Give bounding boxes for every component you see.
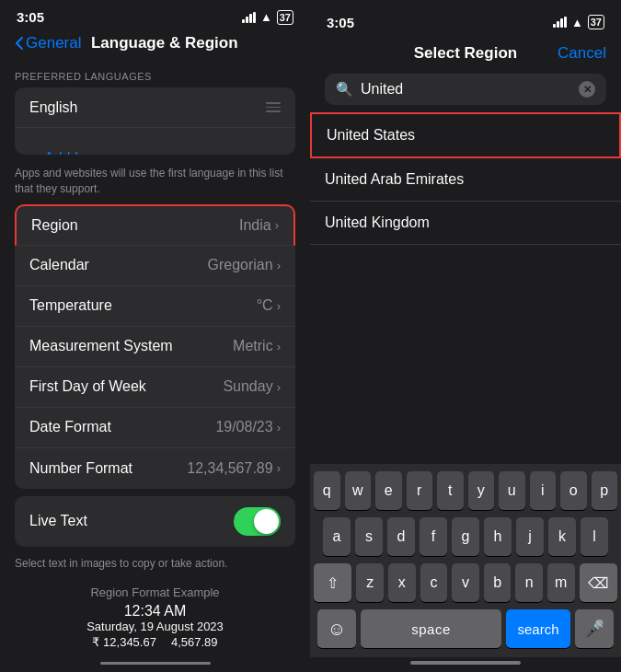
key-o[interactable]: o xyxy=(560,471,587,510)
region-name-uk: United Kingdom xyxy=(325,214,430,230)
format-time: 12:34 AM xyxy=(15,603,295,620)
wifi-icon: ▲ xyxy=(260,10,272,24)
format-numbers: ₹ 12,345.67 4,567.89 xyxy=(15,635,295,649)
settings-group: Region India › Calendar Gregorian › Temp… xyxy=(15,204,295,489)
live-text-info: Select text in images to copy or take ac… xyxy=(0,552,310,579)
format-date: Saturday, 19 August 2023 xyxy=(15,620,295,633)
key-r[interactable]: r xyxy=(407,471,433,510)
search-key[interactable]: search xyxy=(506,609,570,648)
key-i[interactable]: i xyxy=(530,471,557,510)
right-wifi-icon: ▲ xyxy=(571,16,583,29)
key-k[interactable]: k xyxy=(548,517,576,556)
key-e[interactable]: e xyxy=(375,471,402,510)
delete-key[interactable]: ⌫ xyxy=(580,563,617,602)
key-l[interactable]: l xyxy=(581,517,608,556)
right-signal-icon xyxy=(553,17,567,28)
right-battery-icon: 37 xyxy=(588,15,604,29)
shift-key[interactable]: ⇧ xyxy=(314,563,351,602)
number-format-value: 12,34,567.89 xyxy=(187,460,272,477)
date-format-item[interactable]: Date Format 19/08/23 › xyxy=(15,408,295,448)
number-format-value-container: 12,34,567.89 › xyxy=(187,460,281,477)
first-day-item[interactable]: First Day of Week Sunday › xyxy=(15,367,295,408)
region-item-uae[interactable]: United Arab Emirates xyxy=(310,158,621,202)
key-y[interactable]: y xyxy=(468,471,495,510)
left-status-icons: ▲ 37 xyxy=(242,10,293,25)
calendar-item[interactable]: Calendar Gregorian › xyxy=(15,246,295,286)
right-time: 3:05 xyxy=(327,15,354,30)
search-input[interactable] xyxy=(361,81,571,98)
region-item-uk[interactable]: United Kingdom xyxy=(310,202,621,245)
key-t[interactable]: t xyxy=(437,471,464,510)
right-panel: 3:05 ▲ 37 Select Region Cancel 🔍 ✕ Unite… xyxy=(310,0,621,672)
region-name-uae: United Arab Emirates xyxy=(325,171,464,187)
measurement-value-container: Metric › xyxy=(233,338,281,354)
back-button[interactable]: General xyxy=(15,34,81,52)
date-format-value-container: 19/08/23 › xyxy=(215,419,281,435)
key-x[interactable]: x xyxy=(388,563,416,602)
chevron-icon: › xyxy=(275,218,279,232)
key-z[interactable]: z xyxy=(356,563,384,602)
calendar-value: Gregorian xyxy=(208,257,273,273)
left-home-indicator xyxy=(100,662,211,665)
keyboard: q w e r t y u i o p a s d f g h j k l ⇧ … xyxy=(310,464,621,657)
calendar-value-container: Gregorian › xyxy=(208,257,282,273)
format-example-title: Region Format Example xyxy=(15,585,295,599)
signal-icon xyxy=(242,12,256,23)
temperature-item[interactable]: Temperature °C › xyxy=(15,286,295,327)
key-s[interactable]: s xyxy=(355,517,383,556)
key-h[interactable]: h xyxy=(484,517,512,556)
left-panel: 3:05 ▲ 37 General Language & Region PREF… xyxy=(0,0,310,672)
key-d[interactable]: d xyxy=(387,517,415,556)
region-item-us[interactable]: United States xyxy=(310,112,621,158)
english-label: English xyxy=(29,99,77,116)
left-status-bar: 3:05 ▲ 37 xyxy=(0,0,310,30)
add-language-label: Add Language... xyxy=(29,139,167,155)
emoji-key[interactable]: ☺ xyxy=(317,609,356,648)
key-v[interactable]: v xyxy=(452,563,479,602)
keyboard-row-2: a s d f g h j k l xyxy=(314,517,617,556)
search-clear-button[interactable]: ✕ xyxy=(579,81,595,98)
key-n[interactable]: n xyxy=(515,563,543,602)
calendar-label: Calendar xyxy=(29,257,89,273)
region-results-list: United States United Arab Emirates Unite… xyxy=(310,112,621,464)
key-j[interactable]: j xyxy=(516,517,544,556)
key-c[interactable]: c xyxy=(420,563,448,602)
mic-key[interactable]: 🎤 xyxy=(575,609,614,648)
key-q[interactable]: q xyxy=(314,471,340,510)
key-p[interactable]: p xyxy=(592,471,618,510)
key-m[interactable]: m xyxy=(547,563,575,602)
live-text-toggle[interactable] xyxy=(234,507,281,536)
live-text-section: Live Text xyxy=(15,496,295,547)
date-format-label: Date Format xyxy=(29,419,111,435)
live-text-row: Live Text xyxy=(15,496,295,547)
cancel-button[interactable]: Cancel xyxy=(558,44,606,63)
chevron-icon-date: › xyxy=(277,421,281,434)
key-b[interactable]: b xyxy=(484,563,512,602)
left-nav-bar: General Language & Region xyxy=(0,30,310,60)
key-u[interactable]: u xyxy=(499,471,525,510)
region-value-container: India › xyxy=(239,217,279,234)
key-f[interactable]: f xyxy=(420,517,447,556)
right-status-bar: 3:05 ▲ 37 xyxy=(310,0,621,41)
live-text-label: Live Text xyxy=(29,513,87,529)
format-num2: 4,567.89 xyxy=(171,635,218,649)
add-language-item[interactable]: Add Language... xyxy=(15,128,295,155)
number-format-item[interactable]: Number Format 12,34,567.89 › xyxy=(15,448,295,489)
key-a[interactable]: a xyxy=(323,517,351,556)
temperature-value-container: °C › xyxy=(257,297,281,314)
temperature-value: °C xyxy=(257,297,273,314)
region-item[interactable]: Region India › xyxy=(15,204,295,246)
search-icon: 🔍 xyxy=(336,81,353,98)
first-day-label: First Day of Week xyxy=(29,378,146,395)
region-label: Region xyxy=(31,217,78,234)
key-w[interactable]: w xyxy=(345,471,372,510)
measurement-item[interactable]: Measurement System Metric › xyxy=(15,327,295,367)
space-key[interactable]: space xyxy=(361,609,501,648)
english-language-item[interactable]: English xyxy=(15,87,295,128)
keyboard-row-3: ⇧ z x c v b n m ⌫ xyxy=(314,563,617,602)
region-name-us: United States xyxy=(327,127,415,143)
search-bar[interactable]: 🔍 ✕ xyxy=(325,74,606,105)
temperature-label: Temperature xyxy=(29,297,112,314)
key-g[interactable]: g xyxy=(452,517,479,556)
first-day-value: Sunday xyxy=(223,378,272,395)
